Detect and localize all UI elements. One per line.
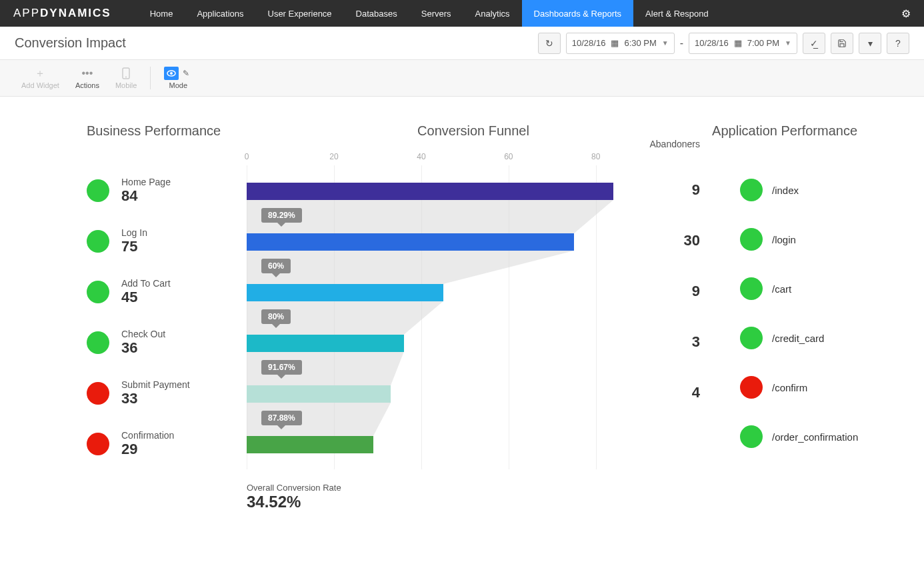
topnav-item-dashboards-reports[interactable]: Dashboards & Reports <box>522 0 634 27</box>
ap-endpoint-name: /confirm <box>772 382 807 393</box>
status-dot-icon <box>87 331 109 354</box>
status-dot-icon <box>87 433 109 455</box>
funnel-bar[interactable] <box>247 335 404 352</box>
ap-row: /cart <box>740 264 871 313</box>
bp-row: Log In 75 <box>87 216 247 267</box>
bp-step-count: 84 <box>121 187 171 205</box>
from-time: 6:30 PM <box>624 38 656 48</box>
funnel-bar[interactable] <box>247 385 391 403</box>
eye-icon <box>164 67 179 80</box>
conversion-pct-tag: 87.88% <box>261 411 302 425</box>
help-button[interactable]: ? <box>887 33 909 54</box>
ap-row: /order_confirmation <box>740 412 871 461</box>
status-dot-icon <box>87 230 109 253</box>
funnel-row: 87.88% <box>247 419 700 469</box>
topnav-item-applications[interactable]: Applications <box>185 0 255 27</box>
topnav-item-servers[interactable]: Servers <box>409 0 463 27</box>
status-dot-icon <box>87 281 109 303</box>
abandoners-header: Abandoners <box>649 139 700 149</box>
bp-row: Submit Payment 33 <box>87 368 247 419</box>
bp-step-count: 33 <box>121 390 190 407</box>
subheader-controls: ↻ 10/28/16 ▦ 6:30 PM ▼ - 10/28/16 ▦ 7:00… <box>538 33 909 54</box>
svg-point-3 <box>170 72 173 75</box>
ap-endpoint-name: /index <box>772 185 799 196</box>
topnav-items: HomeApplicationsUser ExperienceDatabases… <box>138 0 901 27</box>
ap-row: /index <box>740 165 871 215</box>
mobile-button: Mobile <box>107 67 145 89</box>
top-nav: APPDYNAMICS HomeApplicationsUser Experie… <box>0 0 924 27</box>
topnav-item-analytics[interactable]: Analytics <box>463 0 522 27</box>
main-panel: Business Performance Conversion Funnel A… <box>0 97 924 538</box>
overall-value: 34.52% <box>247 493 700 511</box>
funnel-bar[interactable] <box>247 436 373 453</box>
gear-icon[interactable]: ⚙ <box>901 7 911 20</box>
toolbar-label: Mobile <box>115 81 137 89</box>
bp-step-name: Confirmation <box>121 430 174 441</box>
bp-text: Confirmation 29 <box>121 430 174 458</box>
bp-step-name: Log In <box>121 227 147 238</box>
abandoners-value: 9 <box>692 181 700 199</box>
abandoners-value: 3 <box>692 333 700 351</box>
status-dot-icon <box>740 376 763 399</box>
toolbar-label: Actions <box>75 81 99 89</box>
bp-step-name: Home Page <box>121 177 171 187</box>
status-dot-icon <box>740 425 763 448</box>
from-date-picker[interactable]: 10/28/16 ▦ 6:30 PM ▼ <box>566 33 675 54</box>
funnel-row: 80%3 <box>247 317 700 368</box>
pencil-icon: ✎ <box>180 67 192 80</box>
bp-text: Add To Cart 45 <box>121 278 171 306</box>
funnel-axis: 020406080 <box>247 152 700 165</box>
status-dot-icon <box>87 382 109 405</box>
chevron-down-icon: ▼ <box>785 39 791 47</box>
conversion-pct-tag: 60% <box>261 259 291 273</box>
bp-row: Confirmation 29 <box>87 419 247 469</box>
bp-text: Home Page 84 <box>121 177 171 205</box>
funnel-row: 9 <box>247 165 700 216</box>
toolbar-label: Mode <box>169 81 188 89</box>
axis-tick: 20 <box>329 152 338 161</box>
refresh-button[interactable]: ↻ <box>538 33 561 54</box>
toolbar-separator <box>150 67 151 89</box>
from-date: 10/28/16 <box>572 38 606 48</box>
toolbar-label: Add Widget <box>21 81 59 89</box>
more-button[interactable]: ▾ <box>859 33 881 54</box>
actions-button[interactable]: ••• Actions <box>67 67 107 89</box>
to-date-picker[interactable]: 10/28/16 ▦ 7:00 PM ▼ <box>689 33 797 54</box>
daterange-separator: - <box>680 37 683 49</box>
funnel-bar[interactable] <box>247 233 574 251</box>
topnav-item-alert-respond[interactable]: Alert & Respond <box>633 0 721 27</box>
topnav-item-home[interactable]: Home <box>138 0 185 27</box>
topnav-item-user-experience[interactable]: User Experience <box>256 0 344 27</box>
ap-row: /confirm <box>740 363 871 412</box>
application-performance-title: Application Performance <box>700 123 871 139</box>
axis-tick: 60 <box>504 152 513 161</box>
funnel-column: 020406080 Abandoners 989.29%3060%980%391… <box>247 139 700 511</box>
brand-light: APP <box>13 7 40 19</box>
bp-step-count: 36 <box>121 339 165 357</box>
bp-row: Home Page 84 <box>87 165 247 216</box>
ap-row: /login <box>740 215 871 264</box>
mode-button[interactable]: ✎ Mode <box>156 67 200 89</box>
funnel-row: 60%9 <box>247 267 700 317</box>
bp-text: Check Out 36 <box>121 329 165 357</box>
save-button[interactable] <box>831 33 853 54</box>
to-time: 7:00 PM <box>747 38 779 48</box>
abandoners-value: 9 <box>692 283 700 300</box>
bp-step-count: 75 <box>121 238 147 255</box>
status-dot-icon <box>740 277 763 300</box>
ap-endpoint-name: /cart <box>772 283 791 295</box>
topnav-item-databases[interactable]: Databases <box>344 0 409 27</box>
axis-tick: 40 <box>417 152 425 161</box>
calendar-icon: ▦ <box>611 38 619 48</box>
funnel-row: 91.67%4 <box>247 368 700 419</box>
conversion-funnel-title: Conversion Funnel <box>247 123 700 139</box>
status-dot-icon <box>740 228 763 251</box>
conversion-pct-tag: 91.67% <box>261 360 302 375</box>
funnel-body: 989.29%3060%980%391.67%487.88% <box>247 165 700 469</box>
status-dot-icon <box>740 179 763 201</box>
funnel-bar[interactable] <box>247 284 443 301</box>
conversion-pct-tag: 80% <box>261 309 291 324</box>
toolbar: ＋ Add Widget ••• Actions Mobile ✎ Mode <box>0 60 924 97</box>
funnel-bar[interactable] <box>247 183 613 200</box>
check-button[interactable]: ✓̲ <box>803 33 825 54</box>
